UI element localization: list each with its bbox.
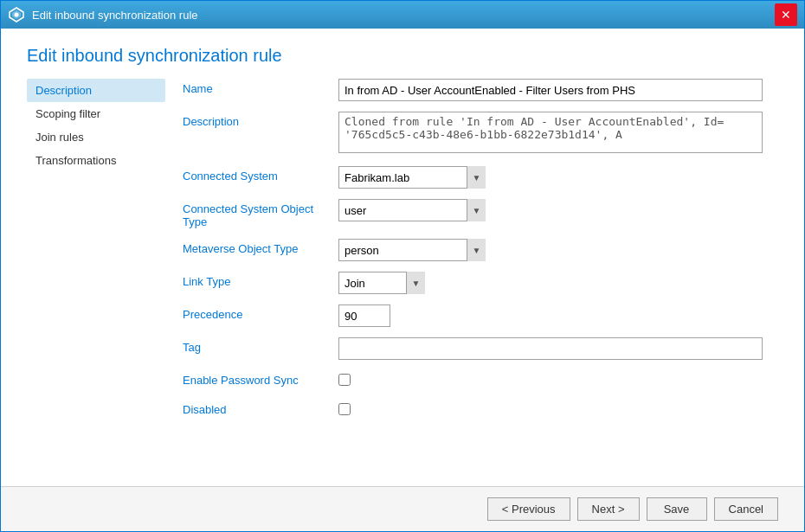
enable-password-sync-checkbox-wrapper	[338, 370, 778, 389]
link-type-control: Join ▼	[338, 272, 778, 294]
connected-system-object-type-label: Connected System Object Type	[183, 199, 338, 228]
connected-system-select[interactable]: Fabrikam.lab	[338, 166, 486, 189]
description-label: Description	[183, 112, 338, 128]
disabled-control	[338, 400, 778, 419]
connected-system-control: Fabrikam.lab ▼	[338, 166, 778, 189]
previous-button[interactable]: < Previous	[487, 497, 570, 521]
tag-control	[338, 337, 778, 360]
close-button[interactable]: ✕	[775, 3, 797, 26]
main-body: Description Scoping filter Join rules Tr…	[1, 74, 804, 486]
connected-system-object-type-row: Connected System Object Type user ▼	[183, 199, 778, 228]
tag-label: Tag	[183, 337, 338, 354]
description-control: Cloned from rule 'In from AD - User Acco…	[338, 112, 778, 156]
name-label: Name	[183, 79, 338, 95]
metaverse-object-type-select[interactable]: person	[338, 239, 486, 261]
metaverse-object-type-label: Metaverse Object Type	[183, 239, 338, 255]
save-button[interactable]: Save	[647, 497, 707, 521]
sidebar-item-scoping-filter[interactable]: Scoping filter	[27, 102, 165, 125]
disabled-label: Disabled	[183, 400, 338, 416]
name-control	[338, 79, 778, 101]
title-bar-left: Edit inbound synchronization rule	[8, 6, 198, 23]
name-input[interactable]	[338, 79, 763, 101]
link-type-select[interactable]: Join	[338, 272, 425, 294]
window-icon	[8, 6, 25, 23]
connected-system-object-type-select[interactable]: user	[338, 199, 486, 221]
precedence-control	[338, 304, 778, 327]
connected-system-row: Connected System Fabrikam.lab ▼	[183, 166, 778, 189]
page-header: Edit inbound synchronization rule	[1, 29, 804, 74]
sidebar: Description Scoping filter Join rules Tr…	[27, 74, 165, 486]
enable-password-sync-checkbox[interactable]	[338, 374, 351, 386]
metaverse-object-type-select-wrapper: person ▼	[338, 239, 486, 261]
metaverse-object-type-control: person ▼	[338, 239, 778, 261]
disabled-checkbox-wrapper	[338, 400, 778, 419]
name-row: Name	[183, 79, 778, 101]
precedence-input[interactable]	[338, 304, 390, 327]
connected-system-select-wrapper: Fabrikam.lab ▼	[338, 166, 486, 189]
tag-row: Tag	[183, 337, 778, 360]
enable-password-sync-row: Enable Password Sync	[183, 370, 778, 389]
link-type-label: Link Type	[183, 272, 338, 288]
precedence-label: Precedence	[183, 304, 338, 321]
sidebar-item-description[interactable]: Description	[27, 79, 165, 102]
link-type-select-wrapper: Join ▼	[338, 272, 425, 294]
metaverse-object-type-row: Metaverse Object Type person ▼	[183, 239, 778, 261]
main-window: Edit inbound synchronization rule ✕ Edit…	[0, 0, 805, 532]
sidebar-item-transformations[interactable]: Transformations	[27, 149, 165, 172]
enable-password-sync-label: Enable Password Sync	[183, 370, 338, 387]
precedence-row: Precedence	[183, 304, 778, 327]
svg-point-2	[15, 13, 19, 17]
footer: < Previous Next > Save Cancel	[1, 486, 804, 531]
link-type-row: Link Type Join ▼	[183, 272, 778, 294]
sidebar-item-join-rules[interactable]: Join rules	[27, 125, 165, 149]
next-button[interactable]: Next >	[577, 497, 640, 521]
disabled-checkbox[interactable]	[338, 403, 351, 415]
title-bar: Edit inbound synchronization rule ✕	[1, 1, 804, 29]
connected-system-label: Connected System	[183, 166, 338, 183]
connected-system-object-type-select-wrapper: user ▼	[338, 199, 486, 221]
enable-password-sync-control	[338, 370, 778, 389]
description-row: Description Cloned from rule 'In from AD…	[183, 112, 778, 156]
form-area: Name Description Cloned from rule 'In fr…	[165, 74, 778, 486]
connected-system-object-type-control: user ▼	[338, 199, 778, 221]
disabled-row: Disabled	[183, 400, 778, 419]
description-textarea[interactable]: Cloned from rule 'In from AD - User Acco…	[338, 112, 763, 153]
page-title: Edit inbound synchronization rule	[27, 46, 778, 66]
window-title: Edit inbound synchronization rule	[32, 9, 198, 22]
content-area: Edit inbound synchronization rule Descri…	[1, 29, 804, 531]
tag-input[interactable]	[338, 337, 763, 360]
cancel-button[interactable]: Cancel	[714, 497, 778, 521]
